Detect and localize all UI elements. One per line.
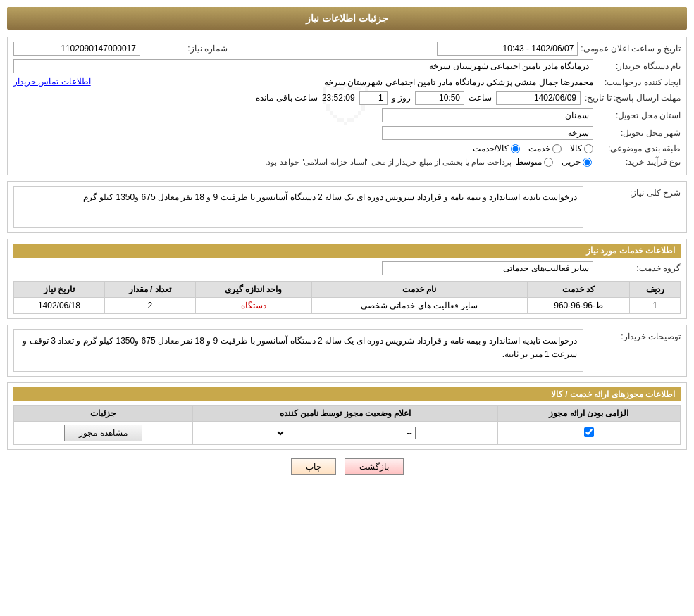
col-permit-required: الزامی بودن ارائه مجوز — [497, 406, 680, 422]
service-group-value — [382, 261, 593, 275]
permits-table: الزامی بودن ارائه مجوز اعلام وضعیت مجوز … — [13, 405, 681, 445]
col-quantity: تعداد / مقدار — [104, 282, 195, 298]
creator-label: ایجاد کننده درخواست: — [596, 77, 681, 87]
col-permit-details: جزئیات — [14, 406, 193, 422]
category-kala-radio[interactable] — [584, 144, 593, 153]
table-row: 1 ط-96-96-960 سایر فعالیت های خدماتی شخص… — [14, 298, 681, 314]
service-group-label: گروه خدمت: — [596, 263, 681, 273]
permit-required-cell — [497, 422, 680, 445]
buyer-notes-label: توصیحات خریدار: — [589, 329, 681, 341]
deadline-days — [359, 91, 388, 105]
deadline-time — [415, 91, 464, 105]
permit-status-select[interactable]: -- — [275, 427, 416, 439]
col-permit-status: اعلام وضعیت مجوز توسط نامین کننده — [192, 406, 497, 422]
process-jazii-label: جزیی — [562, 157, 581, 167]
process-motavaset-option[interactable]: متوسط — [516, 157, 553, 167]
permits-section-title: اطلاعات مجوزهای ارائه خدمت / کالا — [13, 387, 681, 401]
cell-date: 1402/06/18 — [14, 298, 105, 314]
permits-table-header: الزامی بودن ارائه مجوز اعلام وضعیت مجوز … — [14, 406, 681, 422]
category-kala-label: کالا — [570, 144, 582, 153]
permit-details-cell: مشاهده مجوز — [14, 422, 193, 445]
need-number-value — [13, 42, 140, 56]
deadline-time-label: ساعت — [469, 93, 492, 103]
cell-service-code: ط-96-96-960 — [528, 298, 630, 314]
category-khadamat-label: خدمت — [528, 144, 550, 153]
services-section-title: اطلاعات خدمات مورد نیاز — [13, 244, 681, 258]
page-title: جزئیات اطلاعات نیاز — [7, 7, 687, 30]
permit-required-checkbox[interactable] — [584, 427, 594, 437]
deadline-label: مهلت ارسال پاسخ: تا تاریخ: — [585, 93, 681, 103]
deadline-day-label: روز و — [392, 93, 411, 103]
process-jazii-radio[interactable] — [583, 158, 592, 167]
buyer-name-value — [13, 59, 593, 73]
col-row-num: ردیف — [630, 282, 681, 298]
process-jazii-option[interactable]: جزیی — [562, 157, 592, 167]
process-motavaset-radio[interactable] — [544, 158, 553, 167]
cell-unit: دستگاه — [195, 298, 311, 314]
cell-quantity: 2 — [104, 298, 195, 314]
deadline-remaining-time: 23:52:09 — [322, 93, 355, 103]
category-kala-khadamat-option[interactable]: کالا/خدمت — [473, 144, 520, 153]
action-buttons: بازگشت چاپ — [7, 458, 687, 475]
need-description-label: شرح کلی نیاز: — [589, 186, 681, 198]
category-kala-option[interactable]: کالا — [570, 144, 593, 153]
back-button[interactable]: بازگشت — [345, 458, 404, 475]
view-permit-button[interactable]: مشاهده مجوز — [64, 425, 142, 441]
creator-value: محمدرضا جمال منشی پزشکی درمانگاه مادر تا… — [94, 77, 593, 87]
category-label: طبقه بندی موضوعی: — [596, 144, 681, 153]
buyer-notes-value: درخواست تایدیه استاندارد و بیمه نامه و ق… — [13, 329, 583, 372]
province-value — [382, 108, 593, 122]
deadline-date — [496, 91, 581, 105]
col-service-name: نام خدمت — [311, 282, 528, 298]
services-table-header: ردیف کد خدمت نام خدمت واحد اندازه گیری ت… — [14, 282, 681, 298]
col-unit: واحد اندازه گیری — [195, 282, 311, 298]
print-button[interactable]: چاپ — [291, 458, 336, 475]
col-service-code: کد خدمت — [528, 282, 630, 298]
category-khadamat-option[interactable]: خدمت — [528, 144, 562, 153]
process-label: نوع فرآیند خرید: — [596, 157, 681, 167]
buyer-name-label: نام دستگاه خریدار: — [596, 61, 681, 71]
city-label: شهر محل تحویل: — [596, 128, 681, 138]
city-value — [382, 126, 593, 140]
process-motavaset-label: متوسط — [516, 157, 542, 167]
cell-row-num: 1 — [630, 298, 681, 314]
category-kala-khadamat-radio[interactable] — [511, 144, 520, 153]
announcement-value — [437, 42, 578, 56]
deadline-remaining-label: ساعت باقی مانده — [256, 93, 318, 103]
process-desc: پرداخت تمام یا بخشی از مبلغ خریدار از مح… — [13, 158, 512, 167]
need-number-label: شماره نیاز: — [143, 44, 228, 54]
category-kala-khadamat-label: کالا/خدمت — [473, 144, 509, 153]
category-khadamat-radio[interactable] — [552, 144, 562, 153]
province-label: استان محل تحویل: — [596, 111, 681, 120]
col-date: تاریخ نیاز — [14, 282, 105, 298]
permit-row: -- مشاهده مجوز — [14, 422, 681, 445]
services-table: ردیف کد خدمت نام خدمت واحد اندازه گیری ت… — [13, 281, 681, 314]
creator-link[interactable]: اطلاعات تماس خریدار — [13, 77, 91, 87]
permit-status-cell: -- — [192, 422, 497, 445]
announcement-label: تاریخ و ساعت اعلان عمومی: — [581, 44, 681, 54]
cell-service-name: سایر فعالیت های خدماتی شخصی — [311, 298, 528, 314]
need-description-value: درخواست تایدیه استاندارد و بیمه نامه و ق… — [13, 186, 583, 228]
